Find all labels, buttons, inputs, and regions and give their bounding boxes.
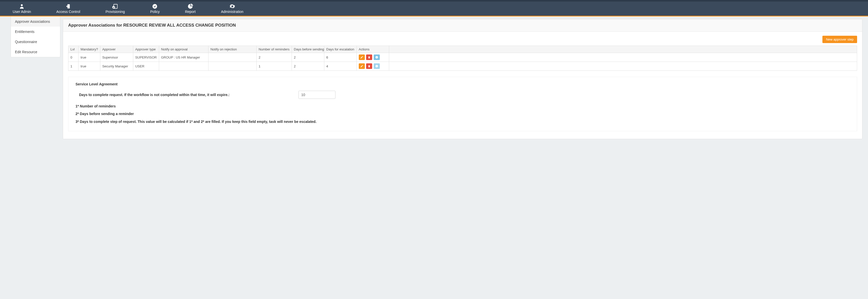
info-button[interactable] [374, 63, 380, 69]
sidebar-item-label: Entitlements [15, 30, 34, 34]
sla-note-3: 3* Days to complete step of request. Thi… [75, 119, 850, 124]
nav-provisioning[interactable]: Provisioning [93, 2, 137, 16]
delete-button[interactable] [366, 63, 372, 69]
gear-icon [221, 4, 244, 9]
cell-notify-rejection [208, 62, 256, 71]
cell-approver: Supervisor [100, 53, 133, 62]
cell-num-reminders: 2 [256, 53, 291, 62]
clipboard-check-icon [106, 4, 125, 9]
check-circle-icon [150, 4, 160, 9]
th-approver-type: Approver type [133, 46, 159, 53]
new-approver-step-button[interactable]: New approver step [823, 36, 857, 43]
cell-spacer [389, 53, 857, 62]
nav-label: Provisioning [106, 10, 125, 14]
th-days-before-reminder: Days before sending a reminder [291, 46, 324, 53]
cell-actions [356, 53, 389, 62]
sidebar-item-edit-resource[interactable]: Edit Resource [11, 47, 60, 57]
th-mandatory: Mandatory? [79, 46, 100, 53]
delete-button[interactable] [366, 55, 372, 60]
cell-days-escalation: 6 [324, 53, 356, 62]
nav-label: Policy [150, 10, 160, 14]
sidebar: Approver Associations Entitlements Quest… [11, 17, 60, 57]
sidebar-item-approver-associations[interactable]: Approver Associations [11, 17, 60, 27]
nav-label: Report [185, 10, 195, 14]
sla-title: Service Level Agreement [75, 82, 850, 86]
sla-panel: Service Level Agreement Days to complete… [68, 77, 857, 131]
sidebar-item-entitlements[interactable]: Entitlements [11, 27, 60, 37]
svg-point-0 [21, 4, 23, 6]
nav-access-control[interactable]: Access Control [43, 2, 93, 16]
svg-point-10 [376, 65, 377, 66]
th-actions: Actions [356, 46, 389, 53]
user-icon [13, 4, 31, 9]
sidebar-item-label: Questionnaire [15, 40, 37, 44]
svg-rect-9 [377, 66, 377, 67]
nav-policy[interactable]: Policy [137, 2, 172, 16]
cell-days-escalation: 4 [324, 62, 356, 71]
pie-chart-icon [185, 4, 195, 9]
th-notify-rejection: Notify on rejection [208, 46, 256, 53]
nav-label: Access Control [56, 10, 80, 14]
cell-actions [356, 62, 389, 71]
sidebar-item-label: Approver Associations [15, 20, 50, 24]
table-row: 0 true Supervisor SUPERVISOR GROUP : US … [68, 53, 857, 62]
th-spacer [389, 46, 857, 53]
table-header-row: Lvl Mandatory? Approver Approver type No… [68, 46, 857, 53]
nav-label: User Admin [13, 10, 31, 14]
cell-approver-type: USER [133, 62, 159, 71]
info-button[interactable] [374, 55, 380, 60]
sla-days-label: Days to complete request. If the workflo… [75, 93, 299, 97]
cell-notify-rejection [208, 53, 256, 62]
cell-days-before-reminder: 2 [291, 62, 324, 71]
th-days-escalation: Days for escalation [324, 46, 356, 53]
main-panel: Approver Associations for RESOURCE REVIE… [63, 19, 862, 139]
th-notify-approval: Notify on approval [159, 46, 208, 53]
th-approver: Approver [100, 46, 133, 53]
cell-days-before-reminder: 2 [291, 53, 324, 62]
sla-days-input[interactable] [299, 91, 336, 99]
edit-button[interactable] [359, 55, 365, 60]
approver-table: Lvl Mandatory? Approver Approver type No… [68, 46, 857, 71]
nav-user-admin[interactable]: User Admin [0, 2, 43, 16]
cell-notify-approval: GROUP : US HR Manager [159, 53, 208, 62]
edit-button[interactable] [359, 63, 365, 69]
cell-approver: Security Manager [100, 62, 133, 71]
th-lvl: Lvl [68, 46, 79, 53]
cell-lvl: 0 [68, 53, 79, 62]
panel-header: Approver Associations for RESOURCE REVIE… [63, 19, 862, 32]
sidebar-item-questionnaire[interactable]: Questionnaire [11, 37, 60, 47]
table-row: 1 true Security Manager USER 1 2 4 [68, 62, 857, 71]
cell-lvl: 1 [68, 62, 79, 71]
sidebar-item-label: Edit Resource [15, 50, 37, 54]
sla-note-1: 1* Number of reminders [75, 103, 850, 109]
th-num-reminders: Number of reminders [256, 46, 291, 53]
cell-spacer [389, 62, 857, 71]
cell-num-reminders: 1 [256, 62, 291, 71]
sla-note-2: 2* Days before sending a reminder [75, 111, 850, 117]
door-icon [56, 4, 80, 9]
svg-rect-6 [377, 57, 377, 58]
nav-report[interactable]: Report [172, 2, 208, 16]
cell-approver-type: SUPERVISOR [133, 53, 159, 62]
nav-administration[interactable]: Administration [208, 2, 256, 16]
cell-mandatory: true [79, 62, 100, 71]
page-title: Approver Associations for RESOURCE REVIE… [68, 23, 857, 28]
top-nav: User Admin Access Control Provisioning P… [0, 2, 868, 17]
cell-notify-approval [159, 62, 208, 71]
cell-mandatory: true [79, 53, 100, 62]
nav-label: Administration [221, 10, 244, 14]
